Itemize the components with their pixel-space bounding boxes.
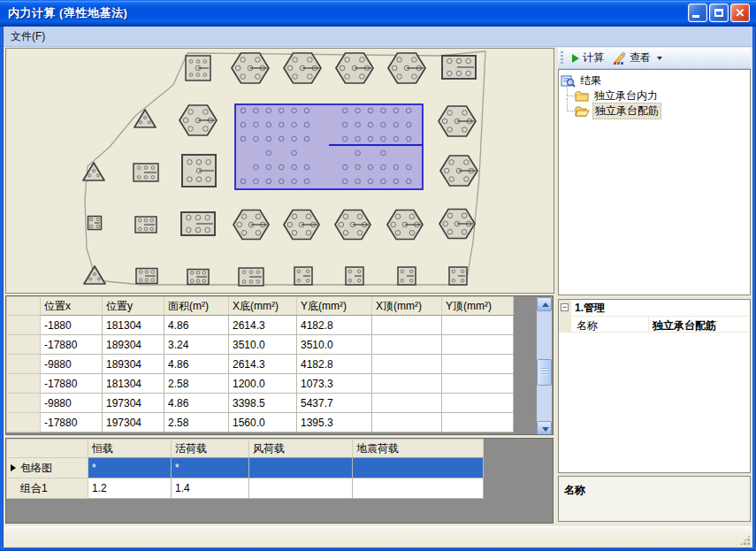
column-header[interactable]: Y底(mm²) xyxy=(297,297,372,316)
column-header[interactable]: 位置x xyxy=(41,297,103,316)
table-cell[interactable]: 189304 xyxy=(103,355,164,374)
selected-raft-region[interactable] xyxy=(235,104,423,189)
pile-cap-rect6[interactable] xyxy=(187,270,209,285)
column-header[interactable]: 面积(m²) xyxy=(164,297,229,316)
table-cell[interactable]: 197304 xyxy=(103,394,164,413)
column-header[interactable]: 恒载 xyxy=(88,440,172,458)
pile-cap-hex[interactable] xyxy=(232,53,269,83)
property-group-row[interactable]: − 1.管理 xyxy=(559,300,750,317)
table-cell[interactable]: 2614.3 xyxy=(229,316,297,335)
table-cell[interactable] xyxy=(372,394,442,413)
pile-cap-rect6[interactable] xyxy=(239,268,263,286)
table-cell[interactable] xyxy=(353,478,484,499)
column-header[interactable]: 活荷载 xyxy=(172,440,249,458)
pile-cap-ssq[interactable] xyxy=(88,217,102,230)
pile-cap-ssq[interactable] xyxy=(346,267,363,285)
table-cell[interactable] xyxy=(249,458,353,478)
table-cell[interactable] xyxy=(442,335,514,355)
results-scrollbar[interactable] xyxy=(537,297,552,435)
corner-header-cell[interactable] xyxy=(7,440,88,458)
table-cell[interactable]: -17880 xyxy=(41,335,103,355)
pile-cap-hex[interactable] xyxy=(233,210,269,240)
table-cell[interactable] xyxy=(372,413,442,432)
table-cell[interactable]: 3398.5 xyxy=(229,394,297,413)
table-cell[interactable] xyxy=(353,458,484,478)
tree-item[interactable]: 独立承台内力 xyxy=(575,88,748,103)
row-header-cell[interactable]: 组合1 xyxy=(7,478,88,499)
column-header[interactable]: 地震荷载 xyxy=(353,440,484,458)
table-cell[interactable]: -9880 xyxy=(41,355,103,374)
table-cell[interactable]: 2614.3 xyxy=(229,355,297,374)
table-cell[interactable]: -17880 xyxy=(41,413,103,432)
pile-cap-sq[interactable] xyxy=(182,155,216,187)
tree-item[interactable]: 独立承台配筋 xyxy=(575,103,748,119)
pile-cap-rect6[interactable] xyxy=(135,217,157,233)
titlebar[interactable]: 内力计算 (弹性地基法) ✕ xyxy=(0,0,756,27)
calculate-button[interactable]: 计算 xyxy=(568,49,608,67)
table-cell[interactable]: -9880 xyxy=(41,394,103,413)
table-cell[interactable]: 4.86 xyxy=(164,394,229,413)
table-cell[interactable]: 4.86 xyxy=(164,316,229,335)
table-cell[interactable]: 4182.8 xyxy=(297,355,372,374)
tree-root[interactable]: 结果 xyxy=(561,73,748,88)
table-cell[interactable]: 2.58 xyxy=(164,374,229,394)
table-cell[interactable] xyxy=(442,316,514,335)
pile-cap-tri[interactable] xyxy=(83,163,104,180)
row-header-cell[interactable] xyxy=(7,394,41,413)
corner-header-cell[interactable] xyxy=(7,297,41,316)
table-cell[interactable]: 3510.0 xyxy=(297,335,372,355)
collapse-box-icon[interactable]: − xyxy=(561,303,569,311)
pile-cap-tri[interactable] xyxy=(84,266,105,284)
table-cell[interactable]: 1073.3 xyxy=(297,374,372,394)
table-cell[interactable] xyxy=(442,355,514,374)
pile-cap-tri[interactable] xyxy=(134,110,156,127)
pile-cap-hex[interactable] xyxy=(440,156,477,186)
view-button[interactable]: 查看 xyxy=(608,49,667,67)
pile-cap-hex[interactable] xyxy=(284,53,321,83)
table-cell[interactable]: -1880 xyxy=(41,316,103,335)
pile-cap-hex[interactable] xyxy=(439,210,475,239)
table-row[interactable]: -178801893043.243510.03510.0 xyxy=(7,335,514,355)
table-cell[interactable]: * xyxy=(172,458,249,478)
table-cell[interactable]: 2.58 xyxy=(164,413,229,432)
table-cell[interactable]: 181304 xyxy=(103,316,164,335)
pile-cap-rect6[interactable] xyxy=(181,212,215,235)
column-header[interactable]: 位置y xyxy=(103,297,164,316)
table-cell[interactable] xyxy=(249,478,353,499)
scroll-thumb[interactable] xyxy=(537,359,552,386)
table-cell[interactable]: 3510.0 xyxy=(229,335,297,355)
pile-cap-hex[interactable] xyxy=(284,210,319,240)
table-cell[interactable]: * xyxy=(88,458,172,478)
table-cell[interactable] xyxy=(442,413,514,432)
table-cell[interactable]: 1.2 xyxy=(88,478,172,499)
table-cell[interactable]: 1200.0 xyxy=(229,374,297,394)
pile-cap-hex[interactable] xyxy=(439,106,476,136)
table-cell[interactable]: -17880 xyxy=(41,374,103,394)
pile-cap-rect6[interactable] xyxy=(442,56,476,79)
table-row[interactable]: 包络图** xyxy=(7,458,484,478)
pile-cap-rect6[interactable] xyxy=(134,164,158,181)
table-cell[interactable] xyxy=(442,394,514,413)
table-cell[interactable] xyxy=(372,374,442,394)
pile-cap-hex[interactable] xyxy=(388,53,425,83)
drawing-canvas[interactable] xyxy=(5,48,554,294)
resize-grip[interactable] xyxy=(739,534,751,546)
table-row[interactable]: -178801813042.581200.01073.3 xyxy=(7,374,514,394)
pile-cap-sq[interactable] xyxy=(186,56,210,80)
table-row[interactable]: 组合11.21.4 xyxy=(7,478,484,499)
table-row[interactable]: -18801813044.862614.34182.8 xyxy=(7,316,514,335)
table-cell[interactable] xyxy=(372,316,442,335)
row-header-cell[interactable] xyxy=(7,316,41,335)
pile-cap-ssq[interactable] xyxy=(398,267,416,285)
pile-cap-hex[interactable] xyxy=(335,210,370,240)
table-cell[interactable] xyxy=(372,335,442,355)
pile-cap-rect6[interactable] xyxy=(136,269,157,284)
table-cell[interactable]: 4.86 xyxy=(164,355,229,374)
column-header[interactable]: 风荷载 xyxy=(249,440,353,458)
menu-file[interactable]: 文件(F) xyxy=(4,27,52,47)
close-button[interactable]: ✕ xyxy=(730,4,750,22)
table-cell[interactable]: 189304 xyxy=(103,335,164,355)
row-header-cell[interactable] xyxy=(7,374,41,394)
table-cell[interactable]: 197304 xyxy=(103,413,164,432)
row-header-cell[interactable] xyxy=(7,355,41,374)
